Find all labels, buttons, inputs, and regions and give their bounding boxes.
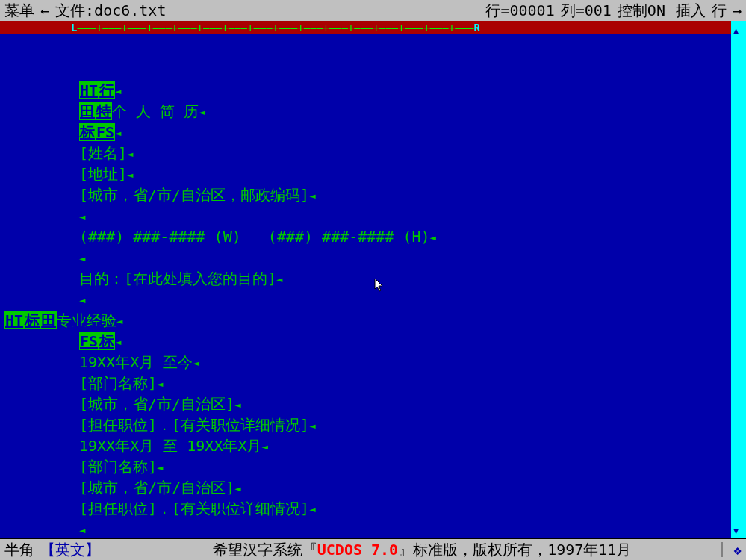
editor-line[interactable]: [担任职位]．[有关职位详细情况]◄ <box>79 415 731 436</box>
eol-mark-icon: ◄ <box>115 336 121 348</box>
system-banner: 希望汉字系统『UCDOS 7.0』标准版，版权所有，1997年11月 <box>130 540 714 560</box>
text-run: [部门名称] <box>79 374 157 392</box>
eol-mark-icon: ◄ <box>234 482 240 494</box>
eol-mark-icon: ◄ <box>157 378 163 390</box>
ruler: L———+———+———+———+———+———+———+———+———+———… <box>0 21 746 34</box>
globe-icon[interactable]: ❖ <box>733 542 742 558</box>
format-tag: 标 <box>24 311 40 329</box>
format-tag: FS <box>96 123 115 141</box>
editor-line[interactable]: [担任职位]．[有关职位详细情况]◄ <box>79 499 731 520</box>
text-run: [担任职位]．[有关职位详细情况] <box>79 416 309 434</box>
editor-line[interactable]: HT行◄ <box>79 81 731 102</box>
halfwidth-indicator: 半角 <box>4 540 34 560</box>
text-run: [城市，省/市/自治区] <box>79 479 234 497</box>
editor-line[interactable]: ◄ <box>79 206 731 227</box>
format-tag: 标 <box>99 332 115 350</box>
eol-mark-icon: ◄ <box>309 503 315 515</box>
text-run: [部门名称] <box>79 458 157 476</box>
text-run: [地址] <box>79 165 127 183</box>
ime-close-bracket: 】 <box>85 540 100 560</box>
editor-line[interactable]: 田特个 人 简 历◄ <box>79 102 731 122</box>
editor-line[interactable]: 19XX年X月 至 19XX年X月◄ <box>79 436 731 457</box>
eol-mark-icon: ◄ <box>234 399 240 411</box>
file-name: :doc6.txt <box>85 1 166 19</box>
editor-line[interactable]: 19XX年X月 至今◄ <box>79 352 731 373</box>
editor-line[interactable]: [部门名称]◄ <box>79 373 731 394</box>
text-run: [姓名] <box>79 144 127 162</box>
scroll-up-icon[interactable] <box>731 21 746 34</box>
ruler-left-marker: L <box>71 22 77 34</box>
format-tag: FS <box>79 332 99 350</box>
editor-line[interactable]: 标FS◄ <box>79 122 731 143</box>
editor-pane: HT行◄田特个 人 简 历◄标FS◄[姓名]◄[地址]◄[城市，省/市/自治区，… <box>0 34 746 538</box>
text-run: 专业经验 <box>57 311 116 329</box>
text-area[interactable]: HT行◄田特个 人 简 历◄标FS◄[姓名]◄[地址]◄[城市，省/市/自治区，… <box>4 34 731 538</box>
eol-mark-icon: ◄ <box>79 294 85 306</box>
editor-line[interactable]: [部门名称]◄ <box>79 457 731 478</box>
menu-bar: 菜单 ← 文件:doc6.txt 行=00001 列=001 控制ON 插入 行… <box>0 0 746 21</box>
text-run: 个 人 简 历 <box>112 102 199 120</box>
forward-arrow-icon[interactable]: → <box>730 1 745 19</box>
format-tag: HT <box>79 81 99 99</box>
eol-mark-icon: ◄ <box>430 231 436 243</box>
eol-mark-icon: ◄ <box>79 211 85 223</box>
editor-line[interactable]: [地址]◄ <box>79 164 731 185</box>
eol-mark-icon: ◄ <box>79 252 85 264</box>
ruler-gutter <box>0 21 71 34</box>
format-tag: 田 <box>40 311 57 329</box>
editor-line[interactable]: 目的：[在此处填入您的目的]◄ <box>79 269 731 290</box>
ruler-scale: L———+———+———+———+———+———+———+———+———+———… <box>71 21 731 34</box>
eol-mark-icon: ◄ <box>193 357 199 369</box>
editor-line[interactable]: ◄ <box>79 290 731 311</box>
editor-line[interactable]: [城市，省/市/自治区]◄ <box>79 478 731 499</box>
format-tag: HT <box>4 311 24 329</box>
eol-mark-icon: ◄ <box>115 85 121 97</box>
editor-line[interactable]: [姓名]◄ <box>79 143 731 164</box>
status-separator <box>721 542 723 557</box>
vertical-scrollbar[interactable] <box>731 34 746 538</box>
row-indicator: 行=00001 <box>482 1 557 21</box>
eol-mark-icon: ◄ <box>116 315 122 327</box>
system-date: 1997年11月 <box>547 541 631 559</box>
eol-mark-icon: ◄ <box>115 127 121 139</box>
eol-mark-icon: ◄ <box>127 169 133 181</box>
text-run: 19XX年X月 至 19XX年X月 <box>79 437 262 455</box>
text-run: 目的：[在此处填入您的目的] <box>79 270 276 287</box>
menu-button[interactable]: 菜单 <box>1 1 37 21</box>
editor-line[interactable]: [城市，省/市/自治区]◄ <box>79 394 731 415</box>
line-indicator: 行 <box>709 1 730 21</box>
ruler-pattern: ———+———+———+———+———+———+———+———+———+———+… <box>77 22 473 34</box>
ruler-right-marker: R <box>473 22 479 34</box>
status-bar: 半角 【英文】 希望汉字系统『UCDOS 7.0』标准版，版权所有，1997年1… <box>0 538 746 560</box>
ime-mode[interactable]: 英文 <box>55 540 85 560</box>
editor-line[interactable]: HT标田专业经验◄ <box>4 311 731 332</box>
eol-mark-icon: ◄ <box>309 420 315 432</box>
eol-mark-icon: ◄ <box>276 273 282 285</box>
ime-open-bracket: 【 <box>40 540 55 560</box>
file-word: 文件 <box>55 1 85 19</box>
eol-mark-icon: ◄ <box>157 461 163 473</box>
text-run: [城市，省/市/自治区] <box>79 395 234 413</box>
ctrl-indicator: 控制ON <box>615 1 668 21</box>
format-tag: 行 <box>99 81 115 99</box>
eol-mark-icon: ◄ <box>127 148 133 160</box>
eol-mark-icon: ◄ <box>79 524 85 536</box>
eol-mark-icon: ◄ <box>262 441 268 452</box>
system-name: UCDOS 7.0 <box>317 541 398 559</box>
col-indicator: 列=001 <box>558 1 615 21</box>
app-screen: 菜单 ← 文件:doc6.txt 行=00001 列=001 控制ON 插入 行… <box>0 0 746 560</box>
text-run: 19XX年X月 至今 <box>79 353 193 371</box>
format-tag: 田 <box>79 102 96 120</box>
file-label[interactable]: 文件:doc6.txt <box>52 1 169 21</box>
editor-line[interactable]: FS标◄ <box>79 332 731 352</box>
editor-line[interactable]: (###) ###-#### (W) (###) ###-#### (H)◄ <box>79 227 731 248</box>
editor-line[interactable]: [城市，省/市/自治区，邮政编码]◄ <box>79 185 731 206</box>
back-arrow-icon[interactable]: ← <box>37 1 52 19</box>
text-run: (###) ###-#### (W) (###) ###-#### (H) <box>79 228 430 246</box>
format-tag: 标 <box>79 123 96 141</box>
text-run: [担任职位]．[有关职位详细情况] <box>79 500 309 517</box>
editor-line[interactable]: ◄ <box>79 520 731 538</box>
eol-mark-icon: ◄ <box>199 106 205 118</box>
editor-line[interactable]: ◄ <box>79 248 731 269</box>
eol-mark-icon: ◄ <box>309 190 315 202</box>
